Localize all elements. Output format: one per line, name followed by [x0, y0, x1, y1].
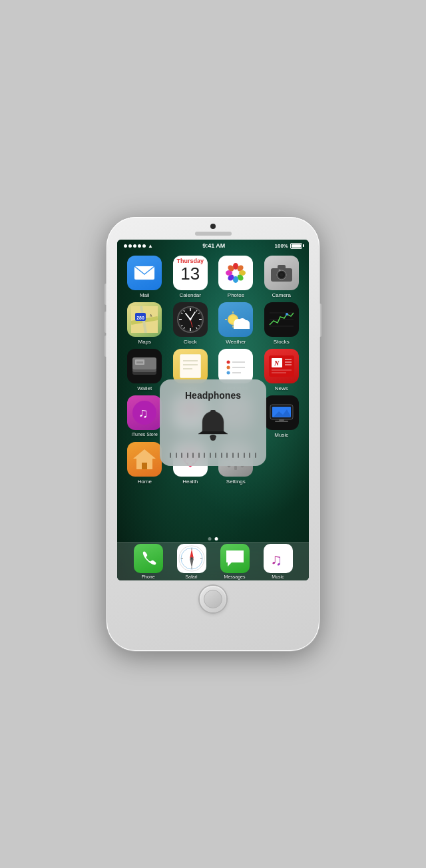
app-maps[interactable]: 280 A Maps	[124, 302, 166, 345]
safari-compass-icon	[178, 545, 205, 572]
dock-phone-label: Phone	[141, 574, 154, 579]
svg-rect-58	[136, 361, 143, 363]
wifi-icon: ▲	[148, 243, 153, 249]
svg-rect-100	[142, 463, 147, 469]
news-label: News	[275, 385, 288, 391]
svg-point-121	[190, 557, 193, 560]
home-icon-bg	[127, 442, 162, 477]
dock-music[interactable]: ♫ Music	[264, 544, 293, 579]
app-news[interactable]: N News	[261, 349, 303, 391]
dock-phone[interactable]: Phone	[134, 544, 163, 579]
app-wallet[interactable]: Wallet	[124, 349, 166, 391]
home-house-icon	[132, 447, 157, 472]
mail-label: Mail	[140, 292, 150, 298]
status-bar: ▲ 9:41 AM 100%	[117, 240, 309, 252]
news-paper-icon: N	[268, 353, 296, 379]
stocks-icon-bg	[264, 302, 299, 337]
itunes-note-icon: ♫	[132, 400, 157, 425]
clock-label: Clock	[184, 339, 197, 345]
mail-icon-bg	[127, 256, 162, 290]
status-right: 100%	[275, 243, 302, 249]
signal-dot-4	[138, 244, 141, 248]
svg-rect-12	[278, 265, 286, 270]
vol-tick-7	[204, 453, 205, 458]
signal-dots	[124, 244, 146, 248]
phone-device: ▲ 9:41 AM 100% Mail	[106, 217, 320, 651]
photos-icon-bg	[218, 256, 253, 290]
speaker	[195, 232, 232, 236]
vol-tick-9	[215, 453, 216, 458]
wallet-cards-icon	[131, 356, 158, 376]
tv-label: Music	[274, 432, 288, 438]
dock-phone-icon	[134, 544, 163, 573]
dock-safari-icon	[177, 544, 206, 573]
vol-tick-15	[249, 453, 250, 458]
camera-body-icon	[270, 263, 294, 283]
app-grid-row1: Mail Thursday 13 Calendar	[117, 252, 309, 302]
status-left: ▲	[124, 243, 153, 249]
camera-label: Camera	[272, 292, 291, 298]
calendar-icon-bg: Thursday 13	[173, 256, 208, 290]
svg-point-38	[189, 319, 191, 321]
app-clock[interactable]: Clock	[170, 302, 212, 345]
app-mail[interactable]: Mail	[124, 256, 166, 298]
wallet-label: Wallet	[137, 385, 152, 391]
app-calendar[interactable]: Thursday 13 Calendar	[170, 256, 212, 298]
calendar-day: 13	[180, 264, 200, 284]
app-camera[interactable]: Camera	[261, 256, 303, 298]
svg-rect-48	[234, 324, 250, 329]
weather-label: Weather	[226, 339, 246, 345]
vol-tick-3	[181, 453, 182, 458]
dock-music-label: Music	[272, 574, 284, 579]
svg-text:♫: ♫	[138, 405, 148, 420]
clock-face-icon	[176, 306, 204, 333]
app-tv[interactable]: Music	[261, 395, 303, 438]
vol-tick-4	[187, 453, 188, 458]
mail-envelope-icon	[134, 266, 155, 280]
home-button[interactable]	[200, 586, 226, 612]
svg-text:280: 280	[136, 316, 144, 320]
page-dots	[208, 537, 218, 541]
signal-dot-5	[142, 244, 146, 248]
vol-tick-10	[221, 453, 222, 458]
vol-tick-6	[198, 453, 200, 458]
battery-icon	[290, 243, 302, 249]
svg-rect-96	[279, 419, 284, 421]
vol-tick-12	[232, 453, 234, 458]
app-stocks[interactable]: Stocks	[261, 302, 303, 345]
tv-screen-icon	[268, 399, 295, 426]
home-button-inner	[204, 590, 222, 608]
svg-point-16	[278, 270, 280, 272]
dock-messages-icon	[220, 544, 250, 573]
svg-rect-97	[275, 421, 288, 422]
maps-road-icon: 280 A	[131, 306, 158, 333]
stocks-chart-icon	[267, 306, 296, 333]
front-camera	[210, 224, 216, 229]
vol-tick-8	[210, 453, 211, 458]
app-weather[interactable]: Weather	[215, 302, 257, 345]
bell-icon	[194, 407, 232, 445]
notes-paper-icon	[178, 353, 203, 379]
settings-r5-label: Settings	[226, 479, 246, 485]
dock-safari[interactable]: Safari	[177, 544, 206, 579]
maps-label: Maps	[138, 339, 151, 345]
app-photos[interactable]: Photos	[215, 256, 257, 298]
vol-tick-5	[192, 453, 194, 458]
dock-music-icon: ♫	[264, 544, 293, 573]
dock-messages[interactable]: Messages	[220, 544, 250, 579]
screen: ▲ 9:41 AM 100% Mail	[117, 240, 309, 580]
reminders-icon-bg	[218, 349, 253, 383]
battery-text: 100%	[275, 243, 288, 249]
svg-rect-59	[180, 354, 201, 378]
news-icon-bg: N	[264, 349, 299, 383]
vol-tick-11	[226, 453, 228, 458]
svg-point-116	[210, 435, 216, 441]
music-note-icon: ♫	[265, 545, 292, 572]
phone-handset-icon	[139, 549, 158, 568]
itunes-icon-bg: ♫	[127, 395, 162, 430]
photos-flower-icon	[224, 261, 248, 285]
health-r5-label: Health	[182, 479, 198, 485]
wallet-icon-bg	[127, 349, 162, 383]
svg-text:N: N	[274, 359, 280, 367]
vol-tick-13	[238, 453, 239, 458]
